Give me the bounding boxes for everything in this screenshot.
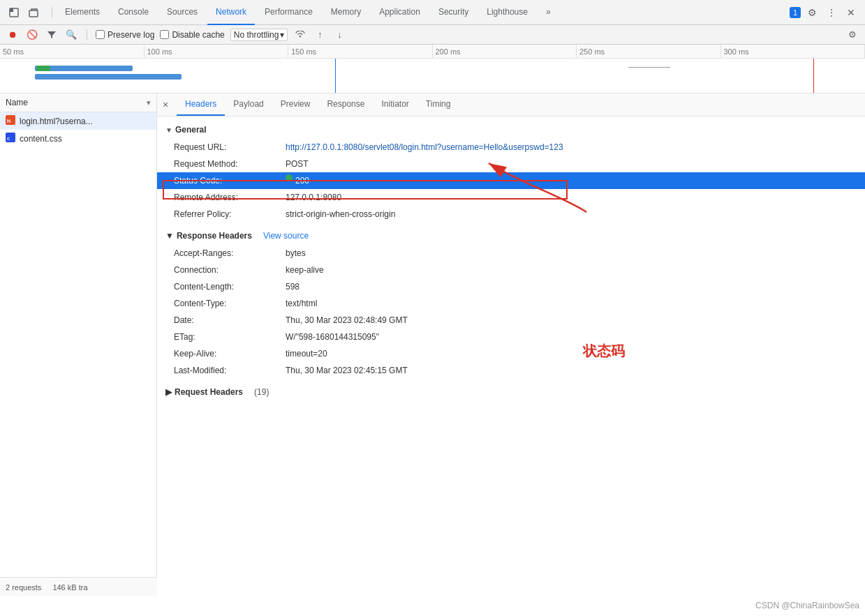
close-devtools-icon[interactable]: ✕ bbox=[843, 4, 859, 21]
response-headers-triangle-icon: ▼ bbox=[165, 231, 174, 241]
file-item-css[interactable]: C content.css bbox=[0, 130, 156, 147]
timeline-vline-blue bbox=[335, 59, 336, 93]
connection-row: Connection: keep-alive bbox=[157, 262, 865, 278]
request-headers-title-row: ▶ Request Headers (19) bbox=[157, 384, 865, 400]
last-modified-row: Last-Modified: Thu, 30 Mar 2023 02:45:15… bbox=[157, 362, 865, 379]
timeline-vline-red bbox=[813, 59, 814, 93]
content-type-row: Content-Type: text/html bbox=[157, 295, 865, 312]
name-column-header: Name ▾ bbox=[0, 93, 156, 112]
date-row: Date: Thu, 30 Mar 2023 02:48:49 GMT bbox=[157, 312, 865, 329]
dock-icon[interactable] bbox=[6, 4, 22, 21]
response-headers-title[interactable]: ▼ Response Headers bbox=[165, 231, 252, 241]
timeline-bar-green bbox=[36, 66, 50, 71]
tick-300ms: 300 ms bbox=[721, 45, 866, 58]
tab-response[interactable]: Response bbox=[318, 93, 373, 116]
general-section-title[interactable]: ▼ General bbox=[157, 122, 865, 137]
css-file-icon: C bbox=[6, 133, 15, 144]
timeline-bars bbox=[0, 59, 865, 93]
record-button[interactable]: ⏺ bbox=[6, 28, 20, 42]
tab-console[interactable]: Console bbox=[110, 0, 157, 25]
clear-button[interactable]: 🚫 bbox=[25, 28, 39, 42]
notification-badge: 1 bbox=[790, 7, 801, 18]
main-area: Name ▾ H login.html?userna... C content.… bbox=[0, 93, 865, 596]
tab-preview[interactable]: Preview bbox=[272, 93, 319, 116]
timeline-ruler: 50 ms 100 ms 150 ms 200 ms 250 ms 300 ms bbox=[0, 45, 865, 59]
remote-address-row: Remote Address: 127.0.0.1:8080 bbox=[157, 189, 865, 206]
tab-headers[interactable]: Headers bbox=[177, 93, 225, 116]
download-har-icon[interactable]: ↓ bbox=[332, 28, 346, 42]
request-url-row: Request URL: http://127.0.0.1:8080/servl… bbox=[157, 139, 865, 156]
keep-alive-row: Keep-Alive: timeout=20 bbox=[157, 345, 865, 362]
close-tab-button[interactable]: × bbox=[157, 96, 174, 113]
headers-content: ▼ General Request URL: http://127.0.0.1:… bbox=[157, 117, 865, 596]
timeline-hline bbox=[628, 67, 670, 68]
request-headers-triangle-icon: ▶ bbox=[165, 387, 172, 397]
tab-sources[interactable]: Sources bbox=[158, 0, 206, 25]
filter-icon[interactable] bbox=[45, 28, 59, 42]
filter-triangle-icon: ▾ bbox=[147, 98, 151, 107]
response-headers-title-row: ▼ Response Headers View source bbox=[157, 228, 865, 243]
wifi-icon[interactable] bbox=[293, 28, 307, 42]
preserve-log-input[interactable] bbox=[96, 30, 105, 39]
devtools-tab-bar: Elements Console Sources Network Perform… bbox=[0, 0, 865, 25]
tick-100ms: 100 ms bbox=[145, 45, 289, 58]
file-list: H login.html?userna... C content.css bbox=[0, 112, 156, 596]
tab-lighthouse[interactable]: Lighthouse bbox=[478, 0, 536, 25]
tab-network[interactable]: Network bbox=[207, 0, 255, 25]
throttle-chevron-icon: ▾ bbox=[280, 30, 284, 40]
general-section-body: Request URL: http://127.0.0.1:8080/servl… bbox=[157, 137, 865, 228]
status-bar: 2 requests 146 kB tra bbox=[0, 577, 157, 596]
general-triangle-icon: ▼ bbox=[165, 126, 172, 134]
timeline-bar-2 bbox=[35, 74, 182, 80]
tick-50ms: 50 ms bbox=[0, 45, 145, 58]
svg-rect-1 bbox=[10, 8, 13, 12]
etag-row: ETag: W/"598-1680144315095" bbox=[157, 329, 865, 345]
view-source-link[interactable]: View source bbox=[263, 231, 309, 241]
request-headers-title[interactable]: ▶ Request Headers bbox=[165, 387, 243, 397]
timeline-area: 50 ms 100 ms 150 ms 200 ms 250 ms 300 ms bbox=[0, 45, 865, 93]
svg-text:H: H bbox=[7, 119, 10, 123]
response-headers-body: Accept-Ranges: bytes Connection: keep-al… bbox=[157, 243, 865, 384]
settings-icon[interactable]: ⚙ bbox=[804, 4, 820, 21]
disable-cache-input[interactable] bbox=[160, 30, 169, 39]
search-icon[interactable]: 🔍 bbox=[64, 28, 78, 42]
network-toolbar: ⏺ 🚫 🔍 Preserve log Disable cache No thro… bbox=[0, 25, 865, 45]
file-item-login[interactable]: H login.html?userna... bbox=[0, 112, 156, 130]
html-file-icon: H bbox=[6, 115, 15, 127]
tab-performance[interactable]: Performance bbox=[256, 0, 321, 25]
tick-200ms: 200 ms bbox=[433, 45, 577, 58]
svg-rect-2 bbox=[29, 10, 38, 17]
tab-security[interactable]: Security bbox=[430, 0, 477, 25]
request-method-row: Request Method: POST bbox=[157, 156, 865, 172]
left-panel: Name ▾ H login.html?userna... C content.… bbox=[0, 93, 157, 596]
more-options-icon[interactable]: ⋮ bbox=[823, 4, 840, 21]
tab-payload[interactable]: Payload bbox=[225, 93, 272, 116]
undock-icon[interactable] bbox=[25, 4, 42, 21]
throttling-dropdown[interactable]: No throttling ▾ bbox=[230, 29, 288, 41]
tab-initiator[interactable]: Initiator bbox=[373, 93, 417, 116]
tab-memory[interactable]: Memory bbox=[323, 0, 369, 25]
status-dot bbox=[286, 174, 293, 181]
tab-elements[interactable]: Elements bbox=[57, 0, 108, 25]
panel-tabs-row: × Headers Payload Preview Response Initi… bbox=[157, 93, 865, 117]
csdn-watermark: CSDN @ChinaRainbowSea bbox=[755, 601, 859, 610]
referrer-policy-row: Referrer Policy: strict-origin-when-cros… bbox=[157, 206, 865, 223]
tab-timing[interactable]: Timing bbox=[417, 93, 459, 116]
content-length-row: Content-Length: 598 bbox=[157, 278, 865, 295]
network-settings-icon[interactable]: ⚙ bbox=[845, 28, 859, 42]
right-panel: × Headers Payload Preview Response Initi… bbox=[157, 93, 865, 596]
status-code-row: Status Code: 200 bbox=[157, 172, 865, 189]
svg-text:C: C bbox=[7, 137, 10, 141]
tick-150ms: 150 ms bbox=[288, 45, 433, 58]
tab-more[interactable]: » bbox=[538, 0, 559, 25]
tab-application[interactable]: Application bbox=[371, 0, 429, 25]
disable-cache-checkbox[interactable]: Disable cache bbox=[160, 30, 224, 40]
upload-har-icon[interactable]: ↑ bbox=[313, 28, 327, 42]
tick-250ms: 250 ms bbox=[577, 45, 721, 58]
accept-ranges-row: Accept-Ranges: bytes bbox=[157, 245, 865, 262]
preserve-log-checkbox[interactable]: Preserve log bbox=[96, 30, 154, 40]
